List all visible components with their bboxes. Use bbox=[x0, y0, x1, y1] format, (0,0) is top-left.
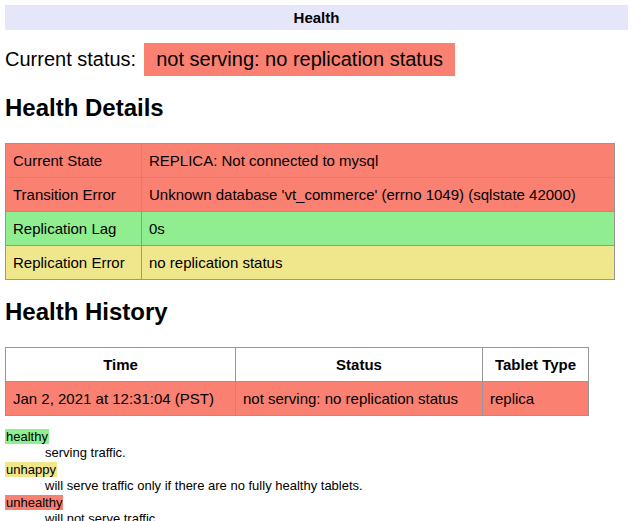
detail-value-current-state: REPLICA: Not connected to mysql bbox=[142, 144, 615, 178]
current-status-label: Current status: bbox=[5, 48, 136, 70]
table-row: Current State REPLICA: Not connected to … bbox=[6, 144, 615, 178]
detail-value-replication-lag: 0s bbox=[142, 212, 615, 246]
health-history-heading: Health History bbox=[5, 298, 628, 326]
detail-label-replication-lag: Replication Lag bbox=[6, 212, 142, 246]
history-tablet-type: replica bbox=[483, 382, 589, 416]
table-row: Jan 2, 2021 at 12:31:04 (PST) not servin… bbox=[6, 382, 589, 416]
page-title: Health bbox=[294, 9, 340, 26]
column-header-tablet-type: Tablet Type bbox=[483, 348, 589, 382]
health-history-table: Time Status Tablet Type Jan 2, 2021 at 1… bbox=[5, 347, 589, 416]
legend-swatch-unhealthy: unhealthy bbox=[5, 495, 63, 510]
table-header-row: Time Status Tablet Type bbox=[6, 348, 589, 382]
legend-description-unhappy: will serve traffic only if there are no … bbox=[45, 478, 628, 494]
detail-label-transition-error: Transition Error bbox=[6, 178, 142, 212]
current-status-badge: not serving: no replication status bbox=[144, 43, 455, 76]
column-header-time: Time bbox=[6, 348, 236, 382]
legend-term-unhealthy: unhealthy bbox=[5, 495, 628, 511]
detail-label-replication-error: Replication Error bbox=[6, 246, 142, 280]
legend-description-healthy: serving traffic. bbox=[45, 445, 628, 461]
legend-term-healthy: healthy bbox=[5, 429, 628, 445]
column-header-status: Status bbox=[236, 348, 483, 382]
table-row: Transition Error Unknown database 'vt_co… bbox=[6, 178, 615, 212]
legend-swatch-healthy: healthy bbox=[5, 429, 49, 444]
history-status: not serving: no replication status bbox=[236, 382, 483, 416]
table-row: Replication Error no replication status bbox=[6, 246, 615, 280]
detail-label-current-state: Current State bbox=[6, 144, 142, 178]
detail-value-replication-error: no replication status bbox=[142, 246, 615, 280]
legend-swatch-unhappy: unhappy bbox=[5, 462, 57, 477]
current-status-line: Current status:not serving: no replicati… bbox=[5, 43, 628, 76]
legend: healthy serving traffic. unhappy will se… bbox=[5, 429, 628, 521]
page-header: Health bbox=[5, 5, 628, 30]
history-time: Jan 2, 2021 at 12:31:04 (PST) bbox=[6, 382, 236, 416]
table-row: Replication Lag 0s bbox=[6, 212, 615, 246]
health-details-table: Current State REPLICA: Not connected to … bbox=[5, 143, 615, 280]
legend-term-unhappy: unhappy bbox=[5, 462, 628, 478]
detail-value-transition-error: Unknown database 'vt_commerce' (errno 10… bbox=[142, 178, 615, 212]
health-details-heading: Health Details bbox=[5, 94, 628, 122]
legend-description-unhealthy: will not serve traffic. bbox=[45, 511, 628, 521]
